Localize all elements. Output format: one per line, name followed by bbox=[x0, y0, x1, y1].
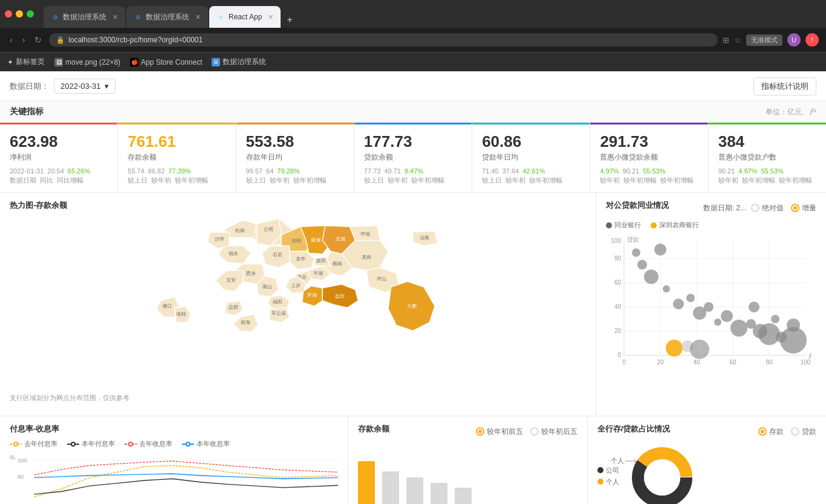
bookmark-move-png[interactable]: 🖼 move.png (22×8) bbox=[54, 58, 120, 66]
scatter-title: 对公贷款同业情况 bbox=[606, 200, 669, 211]
scatter-option-absolute[interactable]: 绝对值 bbox=[751, 203, 784, 213]
profile-icon[interactable]: U bbox=[787, 33, 801, 47]
scatter-radio-group: 绝对值 增量 bbox=[751, 203, 816, 213]
scatter-svg: 0 20 40 60 80 100 0 20 40 60 80 100 存款 贷… bbox=[606, 234, 811, 380]
legend-curr-deposit: 本年付息率 bbox=[67, 439, 115, 448]
scatter-absolute-label: 绝对值 bbox=[762, 203, 784, 213]
label-baoan: 宝安 bbox=[226, 277, 236, 283]
tab-1[interactable]: ⚙ 数据治理系统 ✕ bbox=[44, 6, 125, 28]
metric-inclusive-loan-value: 291.73 bbox=[600, 132, 698, 151]
ratio-option-loan[interactable]: 贷款 bbox=[791, 427, 816, 437]
y20: 20 bbox=[614, 328, 622, 334]
detail-label-date: 数据日期 bbox=[10, 176, 36, 185]
url-text: localhost:3000/rcb-pc/home?orgId=00001 bbox=[68, 36, 203, 44]
tab-3[interactable]: ⚛ React App ✕ bbox=[209, 6, 281, 28]
interest-y-label: % bbox=[10, 453, 18, 461]
bottom5-label: 较年初后五 bbox=[541, 427, 577, 437]
y80-label: 80 bbox=[18, 474, 24, 480]
metric-deposit-daily-details: 99.57 64 79.28% 较上日 较年初 较年初增幅 bbox=[246, 167, 344, 185]
line-last-loan bbox=[34, 461, 338, 475]
deposit-option-bottom5[interactable]: 较年初后五 bbox=[530, 427, 577, 437]
metrics-section-header: 关键指标 单位：亿元、户 bbox=[0, 102, 826, 123]
metric-inclusive-count-details: 90.21 4.97% 55.53% 较年初 较年初增幅 较年初增幅 bbox=[718, 167, 816, 185]
bookmark-new-tab[interactable]: ✦ 新标签页 bbox=[7, 57, 45, 67]
detail-val1: 20.54 bbox=[47, 167, 64, 175]
dot-szrcb bbox=[666, 340, 683, 357]
apple-icon: 🍎 bbox=[130, 58, 138, 66]
incognito-badge: 无痕模式 bbox=[746, 34, 782, 46]
y40: 40 bbox=[614, 303, 622, 310]
metric-net-profit-name: 净利润 bbox=[10, 152, 108, 163]
back-button[interactable]: ‹ bbox=[7, 34, 15, 46]
bookmark-appstore[interactable]: 🍎 App Store Connect bbox=[130, 58, 202, 66]
legend-company: 公司 bbox=[597, 466, 619, 475]
dot-10 bbox=[730, 320, 747, 337]
bookmark-data-gov[interactable]: ⚙ 数据治理系统 bbox=[212, 57, 266, 67]
metric-deposit-balance-name: 存款余额 bbox=[128, 152, 226, 163]
label-qianhai: 前海 bbox=[241, 320, 250, 326]
scatter-section: 对公贷款同业情况 数据日期: 2... 绝对值 增量 bbox=[596, 193, 826, 416]
minimize-light[interactable] bbox=[16, 10, 23, 18]
bookmark-icon[interactable]: ☆ bbox=[734, 36, 741, 45]
scatter-option-increment[interactable]: 增量 bbox=[791, 203, 816, 213]
forward-button[interactable]: › bbox=[20, 34, 28, 46]
tab1-close[interactable]: ✕ bbox=[112, 13, 118, 21]
personal-arrow-label: 个人 bbox=[611, 456, 624, 465]
label-bantian: 坂田 bbox=[316, 258, 326, 263]
map-note: 支行区域划分为网点分布范围，仅供参考 bbox=[10, 393, 586, 402]
bar-4 bbox=[431, 483, 447, 504]
label-yantian: 盐田 bbox=[335, 294, 345, 299]
bookmark-data-gov-label: 数据治理系统 bbox=[223, 57, 266, 67]
deposit-option-top5[interactable]: 较年初前五 bbox=[476, 427, 523, 437]
url-box[interactable]: 🔒 localhost:3000/rcb-pc/home?orgId=00001 bbox=[49, 33, 718, 47]
legend-personal-dot bbox=[597, 479, 603, 485]
label-nanshan: 南山 bbox=[262, 284, 272, 289]
radio-loan bbox=[791, 427, 799, 436]
x-axis-label: 存款 bbox=[808, 353, 811, 360]
menu-icon[interactable]: ! bbox=[805, 33, 819, 47]
label-guanlan: 观澜 bbox=[311, 237, 320, 243]
metric-deposit-balance: 761.61 存款余额 55.74 86.82 77.39% 较上日 较年初 较… bbox=[118, 123, 236, 192]
radio-absolute bbox=[751, 204, 759, 212]
x20: 20 bbox=[657, 359, 664, 366]
metric-deposit-balance-value: 761.61 bbox=[128, 132, 226, 151]
address-actions: ⊞ ☆ 无痕模式 U ! bbox=[723, 33, 819, 47]
label-shangbu: 上步 bbox=[291, 283, 301, 288]
maximize-light[interactable] bbox=[27, 10, 34, 18]
translate-icon[interactable]: ⊞ bbox=[723, 36, 729, 45]
ratio-loan-label: 贷款 bbox=[802, 427, 816, 437]
metrics-title: 关键指标 bbox=[10, 106, 44, 117]
metric-inclusive-details: 4.97% 90.21 55.53% 较年初 较年初增幅 较年初增幅 bbox=[600, 167, 698, 185]
tab3-close[interactable]: ✕ bbox=[268, 13, 273, 21]
tab-2[interactable]: ⚙ 数据治理系统 ✕ bbox=[126, 6, 208, 28]
y100: 100 bbox=[611, 237, 621, 244]
tab2-close[interactable]: ✕ bbox=[195, 13, 201, 21]
ratio-header: 全行存/贷款占比情况 存款 贷款 bbox=[597, 424, 816, 439]
donut-label-personal: 个人 bbox=[611, 456, 637, 465]
new-tab-button[interactable]: + bbox=[282, 12, 297, 28]
close-light[interactable] bbox=[5, 10, 12, 18]
ratio-option-deposit[interactable]: 存款 bbox=[758, 427, 784, 437]
page-content: 数据日期： 2022-03-31 ▾ 指标统计说明 关键指标 单位：亿元、户 6… bbox=[0, 71, 826, 504]
browser-window: ⚙ 数据治理系统 ✕ ⚙ 数据治理系统 ✕ ⚛ React App ✕ + ‹ … bbox=[0, 0, 826, 71]
traffic-lights bbox=[0, 10, 39, 18]
dep-val1: 55.74 bbox=[128, 167, 145, 175]
radio-increment bbox=[791, 204, 799, 212]
label-songgang: 松岗 bbox=[235, 228, 245, 233]
y0: 0 bbox=[617, 352, 621, 358]
dot-1 bbox=[637, 260, 647, 270]
stats-explanation-button[interactable]: 指标统计说明 bbox=[753, 77, 816, 95]
scatter-date-label: 数据日期: 2... bbox=[703, 203, 746, 213]
label-xixiang: 西乡 bbox=[246, 271, 256, 276]
date-selector[interactable]: 2022-03-31 ▾ bbox=[54, 79, 115, 94]
metric-loan-daily: 60.86 贷款年日均 71.45 37.64 42.61% 较上日 较年初 较… bbox=[472, 123, 590, 192]
y-axis-label: 贷款 bbox=[627, 236, 639, 243]
dot-9 bbox=[721, 310, 733, 322]
label-futian: 福田 bbox=[273, 299, 282, 305]
interest-rate-chart: 付息率-收息率 去年付息率 本年付息率 去年收息率 本年收息率 bbox=[0, 416, 348, 504]
metric-loan-balance: 177.73 贷款余额 77.73 49.71 8.47% 较上日 较年初 较年… bbox=[354, 123, 472, 192]
refresh-button[interactable]: ↻ bbox=[32, 34, 44, 46]
ratio-deposit-label: 存款 bbox=[769, 427, 784, 437]
legend-company-label: 公司 bbox=[606, 466, 619, 475]
y60: 60 bbox=[614, 279, 622, 286]
